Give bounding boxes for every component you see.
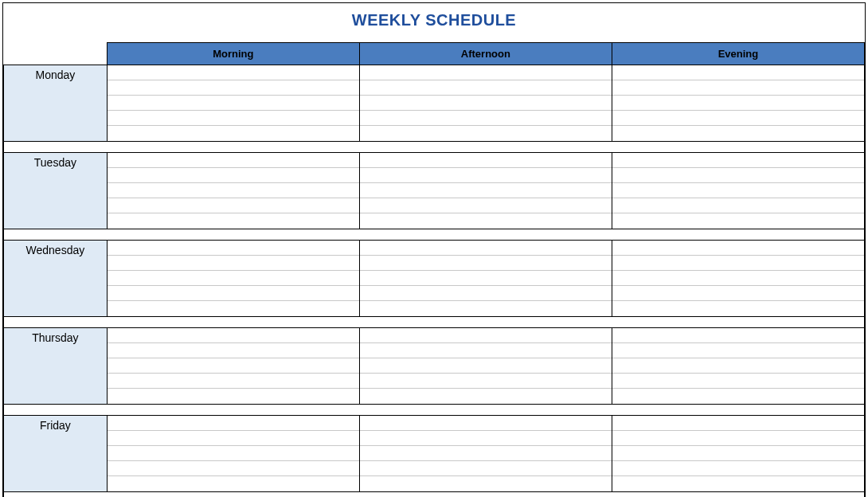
day-row-tuesday: Tuesday [4, 153, 865, 229]
day-label-wednesday: Wednesday [4, 241, 108, 317]
cell-thursday-evening[interactable] [612, 328, 864, 405]
header-blank [4, 43, 108, 65]
header-row: Morning Afternoon Evening [4, 43, 865, 65]
day-row-wednesday: Wednesday [4, 241, 865, 317]
cell-thursday-morning[interactable] [107, 328, 359, 405]
cell-tuesday-morning[interactable] [107, 153, 359, 229]
header-afternoon: Afternoon [359, 43, 612, 65]
cell-wednesday-afternoon[interactable] [359, 241, 612, 317]
page-title: WEEKLY SCHEDULE [3, 11, 865, 29]
spacer-row [4, 229, 865, 241]
spacer-row [4, 405, 865, 416]
cell-monday-afternoon[interactable] [359, 65, 612, 142]
header-evening: Evening [612, 43, 864, 65]
day-label-thursday: Thursday [4, 328, 108, 405]
day-row-thursday: Thursday [4, 328, 865, 405]
spacer-row [4, 317, 865, 328]
schedule-container: WEEKLY SCHEDULE Morning Afternoon Evenin… [2, 2, 866, 497]
cell-wednesday-evening[interactable] [612, 241, 864, 317]
spacer-row [4, 142, 865, 153]
title-row: WEEKLY SCHEDULE [3, 3, 865, 42]
spacer-row [4, 492, 865, 498]
cell-thursday-afternoon[interactable] [359, 328, 612, 405]
day-row-friday: Friday [4, 416, 865, 492]
cell-friday-afternoon[interactable] [359, 416, 612, 492]
cell-tuesday-afternoon[interactable] [359, 153, 612, 229]
day-row-monday: Monday [4, 65, 865, 142]
day-label-tuesday: Tuesday [4, 153, 108, 229]
cell-monday-evening[interactable] [612, 65, 864, 142]
cell-friday-evening[interactable] [612, 416, 864, 492]
cell-wednesday-morning[interactable] [107, 241, 359, 317]
schedule-grid: Morning Afternoon Evening Monday Tuesday [3, 42, 865, 497]
header-morning: Morning [107, 43, 359, 65]
cell-tuesday-evening[interactable] [612, 153, 864, 229]
cell-friday-morning[interactable] [107, 416, 359, 492]
cell-monday-morning[interactable] [107, 65, 359, 142]
day-label-monday: Monday [4, 65, 108, 142]
day-label-friday: Friday [4, 416, 108, 492]
